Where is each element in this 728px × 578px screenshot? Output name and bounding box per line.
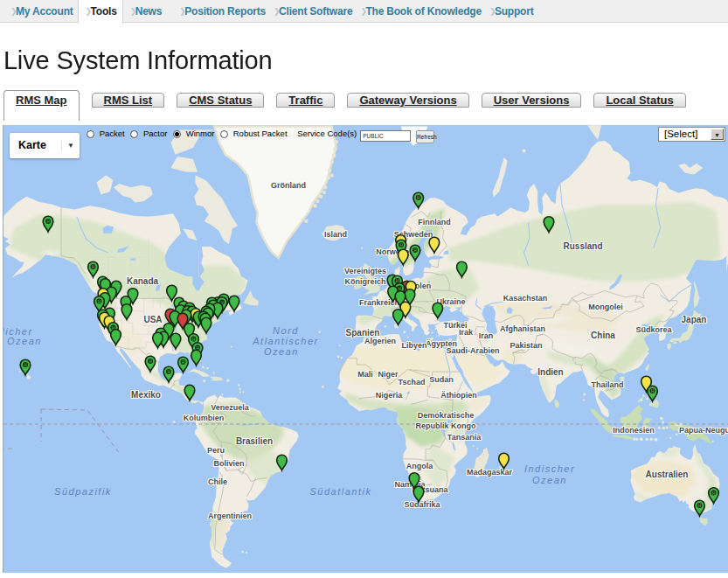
svg-text:Ozean: Ozean xyxy=(532,475,567,485)
svg-text:Mexiko: Mexiko xyxy=(131,390,161,400)
svg-text:Indien: Indien xyxy=(537,367,563,377)
svg-text:Pakistan: Pakistan xyxy=(510,341,542,350)
svg-text:Nord: Nord xyxy=(273,325,299,336)
svg-text:Iran: Iran xyxy=(479,331,494,340)
svg-text:H: H xyxy=(182,360,184,365)
svg-text:Äthiopien: Äthiopien xyxy=(440,391,477,400)
svg-text:Argentinien: Argentinien xyxy=(208,512,252,520)
svg-text:Australien: Australien xyxy=(646,470,689,479)
svg-text:Indischer: Indischer xyxy=(524,463,575,474)
svg-text:Tschad: Tschad xyxy=(399,378,426,386)
svg-text:H: H xyxy=(417,196,419,200)
svg-text:Südkorea: Südkorea xyxy=(635,325,672,334)
svg-text:Indonesien: Indonesien xyxy=(613,426,655,435)
svg-text:Ozean: Ozean xyxy=(7,336,42,346)
svg-text:H: H xyxy=(651,389,654,393)
svg-text:Nigeria: Nigeria xyxy=(376,391,404,400)
svg-text:Japan: Japan xyxy=(682,315,707,324)
svg-text:Kanada: Kanada xyxy=(127,276,159,286)
svg-text:Algerien: Algerien xyxy=(364,337,396,345)
svg-text:Finnland: Finnland xyxy=(418,218,451,226)
svg-text:Libyen: Libyen xyxy=(401,341,426,350)
svg-text:Peru: Peru xyxy=(207,446,225,455)
svg-text:Königreich: Königreich xyxy=(344,277,385,286)
svg-text:Island: Island xyxy=(324,230,347,239)
svg-text:H: H xyxy=(413,248,416,253)
svg-text:Angola: Angola xyxy=(406,462,433,470)
svg-text:Republik Kongo: Republik Kongo xyxy=(416,421,476,430)
svg-text:Kasachstan: Kasachstan xyxy=(503,294,548,303)
svg-text:Südafrika: Südafrika xyxy=(404,500,440,509)
svg-text:China: China xyxy=(591,331,615,340)
svg-text:Südatlantik: Südatlantik xyxy=(310,486,372,497)
svg-text:H: H xyxy=(149,359,151,364)
svg-text:Vereinigtes: Vereinigtes xyxy=(344,267,386,275)
svg-text:Mongolei: Mongolei xyxy=(588,303,623,311)
svg-text:Atlantischer: Atlantischer xyxy=(252,336,318,346)
svg-text:H: H xyxy=(24,363,26,367)
svg-text:Tansania: Tansania xyxy=(447,433,482,442)
svg-text:Sudan: Sudan xyxy=(429,375,454,384)
svg-text:H: H xyxy=(167,370,170,374)
svg-text:Niger: Niger xyxy=(378,370,399,379)
svg-text:Venezuela: Venezuela xyxy=(211,403,250,412)
svg-text:Russland: Russland xyxy=(563,241,602,251)
svg-text:Demokratische: Demokratische xyxy=(418,411,475,420)
svg-text:H: H xyxy=(98,300,101,304)
svg-text:Papua-Neugu: Papua-Neugu xyxy=(679,426,728,435)
svg-text:USA: USA xyxy=(143,315,162,324)
svg-text:Grönland: Grönland xyxy=(271,181,306,190)
svg-text:Kolumbien: Kolumbien xyxy=(184,414,225,422)
svg-text:H: H xyxy=(46,219,49,224)
svg-text:H: H xyxy=(92,265,94,269)
svg-text:H: H xyxy=(192,338,195,342)
svg-text:Mali: Mali xyxy=(357,370,373,379)
svg-text:Bolivien: Bolivien xyxy=(213,459,244,468)
svg-text:Ozean: Ozean xyxy=(264,346,299,357)
svg-text:Madagaskar: Madagaskar xyxy=(467,468,513,477)
svg-text:Irak: Irak xyxy=(459,328,474,337)
svg-text:Afghanistan: Afghanistan xyxy=(500,324,545,333)
svg-text:Thailand: Thailand xyxy=(591,380,623,389)
svg-text:H: H xyxy=(399,243,402,247)
svg-text:Chile: Chile xyxy=(208,477,227,486)
svg-text:H: H xyxy=(698,504,701,508)
svg-text:Südpazifik: Südpazifik xyxy=(54,486,112,497)
svg-text:Brasilien: Brasilien xyxy=(236,436,273,446)
svg-text:Ägypten: Ägypten xyxy=(426,339,457,348)
svg-text:H: H xyxy=(712,491,715,496)
